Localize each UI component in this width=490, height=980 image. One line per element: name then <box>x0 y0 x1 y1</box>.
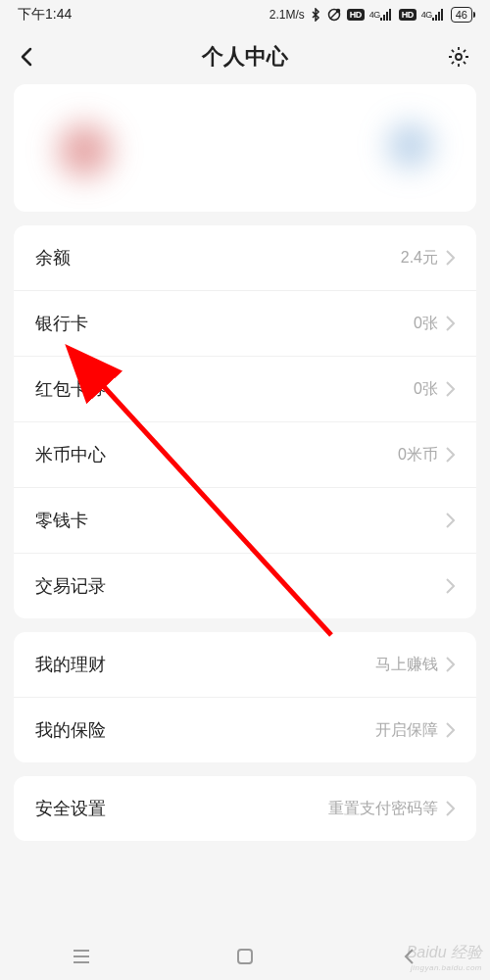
settings-button[interactable] <box>441 45 470 69</box>
svg-rect-2 <box>380 18 382 21</box>
mute-icon <box>326 8 342 22</box>
finance-item[interactable]: 我的理财 马上赚钱 <box>14 632 476 698</box>
nav-bar: 个人中心 <box>0 29 490 84</box>
svg-rect-9 <box>441 9 443 21</box>
svg-point-1 <box>336 10 339 13</box>
status-bar: 下午1:44 2.1M/s HD 4G HD 4 <box>0 0 490 29</box>
svg-rect-8 <box>438 12 440 21</box>
bank-card-label: 银行卡 <box>35 312 88 335</box>
chevron-right-icon <box>446 513 455 528</box>
back-button[interactable] <box>20 46 49 68</box>
chevron-right-icon <box>446 316 455 331</box>
finance-label: 我的理财 <box>35 653 106 676</box>
insurance-label: 我的保险 <box>35 718 106 742</box>
network-speed: 2.1M/s <box>270 8 305 22</box>
mibi-item[interactable]: 米币中心 0米币 <box>14 422 476 488</box>
chevron-right-icon <box>446 447 455 463</box>
page-title: 个人中心 <box>202 42 288 72</box>
transaction-item[interactable]: 交易记录 <box>14 554 476 618</box>
security-value: 重置支付密码等 <box>328 799 438 819</box>
svg-rect-5 <box>389 9 391 21</box>
svg-point-10 <box>456 54 462 60</box>
svg-rect-16 <box>238 950 252 963</box>
insurance-item[interactable]: 我的保险 开启保障 <box>14 698 476 762</box>
balance-label: 余额 <box>35 246 71 270</box>
svg-rect-3 <box>383 15 385 21</box>
insurance-value: 开启保障 <box>375 720 438 741</box>
svg-rect-6 <box>432 18 434 21</box>
mibi-label: 米币中心 <box>35 443 106 466</box>
chevron-right-icon <box>446 381 455 397</box>
profile-card[interactable] <box>14 84 476 212</box>
bank-card-value: 0张 <box>414 314 438 334</box>
back-nav-button[interactable] <box>389 948 428 965</box>
signal-icon-2: 4G <box>421 9 446 21</box>
content: 余额 2.4元 银行卡 0张 红包卡券 0张 <box>0 84 490 841</box>
chevron-right-icon <box>446 250 455 266</box>
transaction-label: 交易记录 <box>35 574 106 598</box>
balance-value: 2.4元 <box>401 248 438 269</box>
home-button[interactable] <box>225 948 265 965</box>
wallet-section: 余额 2.4元 银行卡 0张 红包卡券 0张 <box>14 225 476 618</box>
svg-rect-7 <box>435 15 437 21</box>
security-item[interactable]: 安全设置 重置支付密码等 <box>14 776 476 841</box>
battery-icon: 46 <box>451 7 472 23</box>
coupon-label: 红包卡券 <box>35 377 106 401</box>
mibi-value: 0米币 <box>398 445 438 466</box>
system-nav-bar <box>0 933 490 980</box>
finance-section: 我的理财 马上赚钱 我的保险 开启保障 <box>14 632 476 762</box>
chevron-right-icon <box>446 801 455 816</box>
hd-badge-1: HD <box>347 9 365 21</box>
change-card-item[interactable]: 零钱卡 <box>14 488 476 554</box>
coupon-value: 0张 <box>414 379 438 400</box>
security-section: 安全设置 重置支付密码等 <box>14 776 476 841</box>
finance-value: 马上赚钱 <box>375 655 438 675</box>
status-right: 2.1M/s HD 4G HD 4G <box>270 7 472 23</box>
bank-card-item[interactable]: 银行卡 0张 <box>14 291 476 357</box>
svg-rect-4 <box>386 12 388 21</box>
recent-apps-button[interactable] <box>62 949 101 964</box>
coupon-item[interactable]: 红包卡券 0张 <box>14 357 476 422</box>
signal-icon-1: 4G <box>369 9 394 21</box>
hd-badge-2: HD <box>399 9 416 21</box>
change-card-label: 零钱卡 <box>35 509 88 532</box>
chevron-right-icon <box>446 578 455 594</box>
chevron-right-icon <box>446 657 455 672</box>
chevron-right-icon <box>446 722 455 738</box>
security-label: 安全设置 <box>35 797 106 820</box>
bluetooth-icon <box>310 8 321 22</box>
balance-item[interactable]: 余额 2.4元 <box>14 225 476 291</box>
status-time: 下午1:44 <box>18 6 72 24</box>
